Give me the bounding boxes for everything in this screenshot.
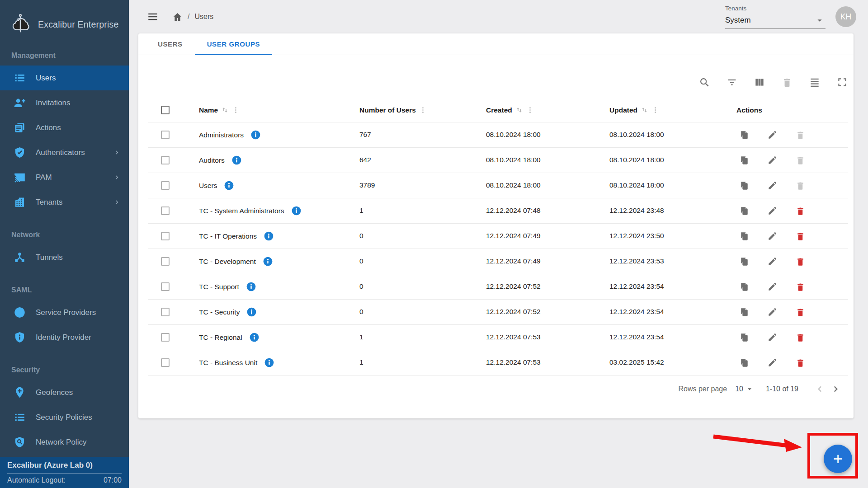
created-value: 12.12.2024 07:49: [486, 232, 541, 239]
column-header-name: Name: [183, 99, 352, 122]
updated-value: 08.10.2024 18:00: [609, 131, 664, 138]
tab-user-groups[interactable]: USER GROUPS: [195, 33, 272, 55]
column-menu-icon[interactable]: [232, 106, 240, 114]
edit-icon[interactable]: [767, 256, 778, 267]
users-value: 0: [359, 257, 363, 265]
created-value: 08.10.2024 18:00: [486, 131, 541, 138]
columns-icon[interactable]: [754, 76, 765, 88]
copy-icon[interactable]: [739, 130, 750, 140]
tab-users[interactable]: USERS: [146, 33, 195, 55]
column-menu-icon[interactable]: [651, 106, 659, 114]
sidebar-item-pam[interactable]: PAM: [0, 165, 129, 190]
info-icon[interactable]: [246, 307, 257, 317]
copy-icon[interactable]: [739, 256, 750, 267]
info-icon[interactable]: [224, 180, 234, 191]
info-icon[interactable]: [264, 357, 274, 368]
trash-icon[interactable]: [795, 307, 806, 317]
row-checkbox[interactable]: [161, 257, 170, 266]
row-checkbox[interactable]: [161, 282, 170, 291]
chevron-right-icon: [114, 199, 121, 206]
trash-icon[interactable]: [795, 231, 806, 241]
breadcrumb[interactable]: Users: [194, 13, 213, 21]
trash-icon[interactable]: [795, 282, 806, 292]
column-menu-icon[interactable]: [526, 106, 534, 114]
list-icon: [14, 72, 26, 84]
trash-icon[interactable]: [795, 256, 806, 267]
sidebar-item-authenticators[interactable]: Authenticators: [0, 140, 129, 165]
sidebar-item-invitations[interactable]: Invitations: [0, 90, 129, 115]
rows-per-page-label: Rows per page: [679, 385, 727, 393]
add-user-group-fab[interactable]: +: [824, 445, 852, 473]
sidebar-item-identity-provider[interactable]: Identity Provider: [0, 325, 129, 350]
row-checkbox[interactable]: [161, 333, 170, 342]
chevron-right-icon[interactable]: [831, 384, 842, 394]
edit-icon[interactable]: [767, 206, 778, 216]
caret-down-icon[interactable]: [745, 385, 754, 394]
select-all-checkbox[interactable]: [161, 106, 170, 114]
row-checkbox[interactable]: [161, 156, 170, 164]
trash-icon[interactable]: [795, 206, 806, 216]
group-name: Users: [199, 182, 217, 189]
sidebar-item-label: Service Providers: [36, 308, 121, 317]
sidebar-item-network-policy[interactable]: Network Policy: [0, 430, 129, 455]
table-header-row: NameNumber of UsersCreatedUpdatedActions: [148, 99, 848, 122]
sidebar-item-service-providers[interactable]: Service Providers: [0, 300, 129, 325]
tenant-selected-value: System: [725, 16, 751, 25]
copy-icon[interactable]: [739, 307, 750, 317]
column-menu-icon[interactable]: [419, 106, 427, 114]
avatar[interactable]: KH: [835, 6, 856, 27]
edit-icon[interactable]: [767, 357, 778, 368]
copy-icon[interactable]: [739, 180, 750, 191]
rows-per-page-value[interactable]: 10: [735, 385, 743, 393]
density-icon[interactable]: [809, 76, 821, 88]
sidebar-item-users[interactable]: Users: [0, 66, 129, 90]
info-icon[interactable]: [264, 231, 274, 241]
filter-icon[interactable]: [726, 76, 738, 88]
edit-icon[interactable]: [767, 130, 778, 140]
edit-icon[interactable]: [767, 332, 778, 343]
sidebar-item-security-policies[interactable]: Security Policies: [0, 405, 129, 430]
row-checkbox[interactable]: [161, 206, 170, 215]
edit-icon[interactable]: [767, 155, 778, 165]
menu-icon[interactable]: [147, 11, 159, 23]
group-name: TC - IT Operations: [199, 232, 257, 240]
sidebar-item-label: Security Policies: [36, 413, 121, 422]
row-checkbox[interactable]: [161, 358, 170, 367]
sidebar-item-tunnels[interactable]: Tunnels: [0, 245, 129, 270]
sidebar-item-geofences[interactable]: Geofences: [0, 380, 129, 405]
info-icon[interactable]: [250, 130, 261, 140]
edit-icon[interactable]: [767, 180, 778, 191]
group-name: TC - Development: [199, 258, 256, 265]
copy-icon[interactable]: [739, 357, 750, 368]
home-icon[interactable]: [172, 12, 183, 22]
search-icon[interactable]: [698, 76, 710, 88]
row-checkbox[interactable]: [161, 181, 170, 190]
sort-icon[interactable]: [515, 106, 523, 114]
info-icon[interactable]: [291, 206, 302, 216]
trash-icon[interactable]: [795, 332, 806, 343]
copy-icon[interactable]: [739, 282, 750, 292]
info-icon[interactable]: [246, 282, 256, 292]
row-checkbox[interactable]: [161, 308, 170, 316]
tenants-select[interactable]: Tenants System: [725, 5, 826, 29]
hub-icon: [14, 251, 26, 263]
edit-icon[interactable]: [767, 307, 778, 317]
sidebar-item-actions[interactable]: Actions: [0, 115, 129, 140]
copy-icon[interactable]: [739, 155, 750, 165]
sort-icon[interactable]: [221, 106, 229, 114]
info-icon[interactable]: [249, 332, 259, 343]
column-header-number-of-users: Number of Users: [352, 99, 479, 122]
sidebar-item-tenants[interactable]: Tenants: [0, 190, 129, 215]
row-checkbox[interactable]: [161, 232, 170, 240]
edit-icon[interactable]: [767, 231, 778, 241]
info-icon[interactable]: [231, 155, 242, 165]
trash-icon[interactable]: [795, 357, 806, 368]
info-icon[interactable]: [263, 256, 273, 267]
copy-icon[interactable]: [739, 206, 750, 216]
edit-icon[interactable]: [767, 282, 778, 292]
sort-icon[interactable]: [641, 106, 648, 114]
copy-icon[interactable]: [739, 231, 750, 241]
fullscreen-icon[interactable]: [836, 76, 848, 88]
copy-icon[interactable]: [739, 332, 750, 343]
row-checkbox[interactable]: [161, 131, 170, 139]
